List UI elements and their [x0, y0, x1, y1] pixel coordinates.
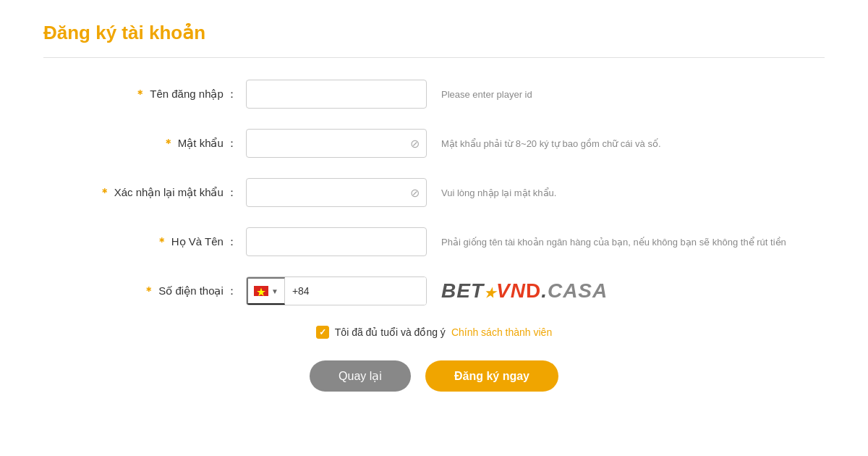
- register-button[interactable]: Đăng ký ngay: [425, 360, 558, 392]
- username-row: ＊ Tên đăng nhập ： Please enter player id: [43, 80, 825, 109]
- colon-username: ：: [226, 88, 237, 100]
- username-hint: Please enter player id: [441, 89, 825, 100]
- colon-fullname: ：: [226, 235, 237, 248]
- logo-bet-text: BET: [441, 279, 484, 302]
- required-star-fullname: ＊: [156, 235, 167, 248]
- confirm-password-hint: Vui lòng nhập lại mật khẩu.: [441, 187, 825, 198]
- button-row: Quay lại Đăng ký ngay: [43, 360, 825, 392]
- checkbox-label: Tôi đã đủ tuổi và đồng ý: [335, 326, 446, 338]
- fullname-label-wrapper: ＊ Họ Và Tên ：: [43, 235, 246, 249]
- checkmark-icon: ✓: [319, 327, 326, 337]
- terms-checkbox[interactable]: ✓: [316, 326, 329, 339]
- checkbox-row: ✓ Tôi đã đủ tuổi và đồng ý Chính sách th…: [43, 326, 825, 339]
- confirm-password-row: ＊ Xác nhận lại mật khẩu ： ⊘ Vui lòng nhậ…: [43, 178, 825, 207]
- confirm-password-input-wrapper: ⊘: [246, 178, 427, 207]
- username-input-wrapper: [246, 80, 427, 109]
- logo-d-text: D: [526, 279, 541, 302]
- page-wrapper: Đăng ký tài khoản ＊ Tên đăng nhập ： Plea…: [0, 0, 868, 413]
- betvnd-logo: BET★VND.CASA: [441, 279, 608, 303]
- divider: [43, 57, 825, 58]
- vietnam-flag-icon: [254, 286, 268, 296]
- confirm-password-label-wrapper: ＊ Xác nhận lại mật khẩu ：: [43, 186, 246, 200]
- page-title: Đăng ký tài khoản: [43, 22, 825, 44]
- confirm-password-input[interactable]: [246, 178, 427, 207]
- logo-dot-text: .: [541, 279, 548, 302]
- phone-label-wrapper: ＊ Số điện thoại ：: [43, 284, 246, 298]
- logo-star-icon: ★: [484, 286, 496, 300]
- phone-label: Số điện thoại: [158, 284, 224, 297]
- required-star-confirm: ＊: [99, 186, 110, 198]
- phone-input-wrapper: ▼: [246, 276, 427, 305]
- fullname-input-wrapper: [246, 227, 427, 256]
- username-label-wrapper: ＊ Tên đăng nhập ：: [43, 88, 246, 101]
- username-label: Tên đăng nhập: [150, 88, 224, 100]
- confirm-password-label: Xác nhận lại mật khẩu: [114, 186, 224, 198]
- confirm-eye-icon[interactable]: ⊘: [410, 186, 420, 200]
- fullname-row: ＊ Họ Và Tên ： Phải giống tên tài khoản n…: [43, 227, 825, 256]
- required-star-phone: ＊: [143, 284, 154, 297]
- phone-row: ＊ Số điện thoại ： ▼ BET★VND.CASA: [43, 276, 825, 305]
- logo-casa-text: CASA: [548, 279, 608, 302]
- colon-phone: ：: [226, 284, 237, 297]
- back-button[interactable]: Quay lại: [310, 360, 411, 392]
- required-star-password: ＊: [163, 137, 174, 149]
- country-chevron-icon: ▼: [271, 287, 278, 295]
- password-label: Mật khẩu: [178, 137, 224, 149]
- fullname-label: Họ Và Tên: [171, 235, 224, 248]
- password-hint: Mật khẩu phải từ 8~20 ký tự bao gồm chữ …: [441, 138, 825, 149]
- username-input[interactable]: [246, 80, 427, 109]
- password-input-wrapper: ⊘: [246, 129, 427, 158]
- required-star-username: ＊: [135, 88, 145, 100]
- password-eye-icon[interactable]: ⊘: [410, 137, 420, 151]
- country-selector[interactable]: ▼: [247, 277, 285, 305]
- policy-link[interactable]: Chính sách thành viên: [451, 326, 552, 338]
- colon-password: ：: [226, 137, 237, 149]
- password-label-wrapper: ＊ Mật khẩu ：: [43, 137, 246, 151]
- phone-input[interactable]: [285, 277, 426, 305]
- fullname-hint: Phải giống tên tài khoản ngân hàng của b…: [441, 237, 825, 248]
- password-row: ＊ Mật khẩu ： ⊘ Mật khẩu phải từ 8~20 ký …: [43, 129, 825, 158]
- fullname-input[interactable]: [246, 227, 427, 256]
- password-input[interactable]: [246, 129, 427, 158]
- logo-vn-text: VN: [496, 279, 526, 302]
- colon-confirm: ：: [226, 186, 237, 198]
- registration-form: ＊ Tên đăng nhập ： Please enter player id…: [43, 80, 825, 392]
